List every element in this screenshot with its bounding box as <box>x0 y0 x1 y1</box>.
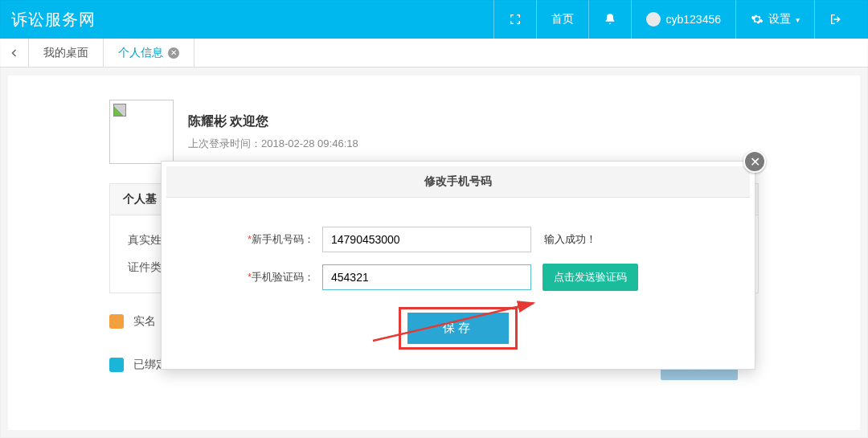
fullscreen-button[interactable] <box>493 0 536 39</box>
new-phone-input[interactable] <box>322 227 531 252</box>
user-menu[interactable]: cyb123456 <box>631 0 735 39</box>
save-highlight-box: 保存 <box>399 307 518 350</box>
tab-bar: 我的桌面 个人信息 ✕ <box>0 39 868 68</box>
phone-icon <box>109 358 124 372</box>
gear-icon <box>751 13 764 26</box>
tab-desktop-label: 我的桌面 <box>43 46 88 60</box>
code-label: *手机验证码： <box>178 270 322 284</box>
change-phone-modal: ✕ 修改手机号码 *新手机号码： 输入成功！ *手机验证码： 点击发送验证码 保… <box>161 161 755 370</box>
close-icon: ✕ <box>750 154 760 170</box>
home-label: 首页 <box>551 12 574 27</box>
save-row: 保存 <box>178 307 739 350</box>
realname-status-label: 实名 <box>133 314 156 329</box>
notifications-button[interactable] <box>588 0 631 39</box>
last-login-time: 2018-02-28 09:46:18 <box>261 137 358 149</box>
tab-desktop[interactable]: 我的桌面 <box>29 39 104 67</box>
welcome-title: 陈耀彬 欢迎您 <box>188 113 358 130</box>
form-row-code: *手机验证码： 点击发送验证码 <box>178 264 739 291</box>
username-label: cyb123456 <box>665 13 721 26</box>
profile-avatar-placeholder <box>109 100 174 164</box>
verification-code-input[interactable] <box>322 264 531 290</box>
bell-icon <box>604 13 616 26</box>
broken-image-icon <box>113 104 126 117</box>
id-card-icon <box>109 314 124 329</box>
logout-button[interactable] <box>814 0 857 39</box>
save-button[interactable]: 保存 <box>407 313 509 344</box>
fullscreen-icon <box>509 13 522 26</box>
home-link[interactable]: 首页 <box>536 0 588 39</box>
tab-close-icon[interactable]: ✕ <box>168 47 179 59</box>
tab-profile[interactable]: 个人信息 ✕ <box>104 39 194 67</box>
phone-label: *新手机号码： <box>178 232 322 247</box>
settings-menu[interactable]: 设置 ▾ <box>735 0 814 39</box>
phone-hint: 输入成功！ <box>544 232 596 247</box>
topbar-nav: 首页 cyb123456 设置 ▾ <box>493 0 857 39</box>
modal-close-button[interactable]: ✕ <box>743 150 766 173</box>
tab-profile-label: 个人信息 <box>118 46 163 60</box>
modal-title: 修改手机号码 <box>166 166 750 198</box>
avatar-icon <box>646 12 661 27</box>
chevron-left-icon <box>10 48 19 58</box>
tab-back-button[interactable] <box>0 39 29 67</box>
modal-body: *新手机号码： 输入成功！ *手机验证码： 点击发送验证码 保存 <box>162 203 755 369</box>
topbar: 诉讼服务网 首页 cyb123456 设置 ▾ <box>0 0 868 39</box>
brand-title: 诉讼服务网 <box>11 9 493 31</box>
form-row-phone: *新手机号码： 输入成功！ <box>178 227 739 252</box>
logout-icon <box>829 13 842 26</box>
last-login: 上次登录时间：2018-02-28 09:46:18 <box>188 137 358 151</box>
caret-down-icon: ▾ <box>796 15 800 24</box>
send-code-button[interactable]: 点击发送验证码 <box>542 264 638 291</box>
settings-label: 设置 <box>768 12 791 27</box>
last-login-label: 上次登录时间： <box>188 137 261 149</box>
